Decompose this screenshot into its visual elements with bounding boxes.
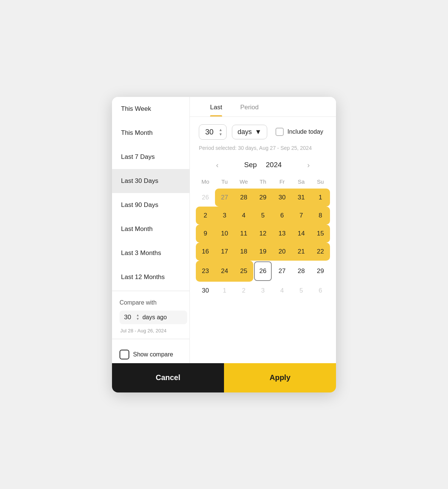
sidebar-item-last-12-months[interactable]: Last 12 Months <box>112 265 189 289</box>
calendar-dow: Su <box>311 177 330 189</box>
calendar-day[interactable]: 29 <box>253 189 272 207</box>
num-up-arrow[interactable]: ▲ <box>219 128 222 132</box>
include-today-label: Include today <box>288 128 323 135</box>
prev-month-button[interactable]: ‹ <box>213 159 222 171</box>
calendar-day[interactable]: 12 <box>253 225 272 243</box>
calendar-day[interactable]: 15 <box>311 225 330 243</box>
compare-date-range: Jul 28 - Aug 26, 2024 <box>120 328 182 334</box>
tab-last[interactable]: Last <box>201 97 231 116</box>
compare-unit: days ago <box>142 314 167 321</box>
compare-section: Compare with 30 ▲ ▼ days ago Jul 28 - Au… <box>112 293 189 337</box>
calendar-day[interactable]: 31 <box>292 189 311 207</box>
compare-down-arrow[interactable]: ▼ <box>136 317 139 321</box>
left-divider <box>112 291 189 291</box>
calendar-day[interactable]: 5 <box>253 207 272 225</box>
calendar-dow: Sa <box>292 177 311 189</box>
compare-up-arrow[interactable]: ▲ <box>136 314 139 317</box>
compare-label: Compare with <box>120 299 182 306</box>
sidebar-item-last-month[interactable]: Last Month <box>112 217 189 241</box>
cal-month-year: Sep 2024 <box>244 161 282 169</box>
sidebar-item-last-30-days[interactable]: Last 30 Days <box>112 169 189 193</box>
calendar-day[interactable]: 11 <box>234 225 253 243</box>
calendar-day[interactable]: 29 <box>311 261 330 282</box>
number-input-box[interactable]: 30 ▲ ▼ <box>199 124 227 140</box>
calendar-day: 6 <box>311 282 330 300</box>
calendar-dow: Tu <box>215 177 234 189</box>
unit-value: days <box>238 128 252 136</box>
calendar-year: 2024 <box>266 161 282 169</box>
calendar-day[interactable]: 7 <box>292 207 311 225</box>
calendar-day: 2 <box>234 282 253 300</box>
next-month-button[interactable]: › <box>304 159 313 171</box>
tabs-row: Last Period <box>190 97 336 117</box>
calendar-day[interactable]: 28 <box>234 189 253 207</box>
unit-arrow-icon: ▼ <box>255 128 262 136</box>
compare-value: 30 <box>124 314 133 321</box>
sidebar-item-last-7-days[interactable]: Last 7 Days <box>112 145 189 169</box>
calendar-day: 5 <box>292 282 311 300</box>
left-panel: This WeekThis MonthLast 7 DaysLast 30 Da… <box>112 97 190 363</box>
include-today-row: Include today <box>275 128 323 136</box>
calendar-day[interactable]: 21 <box>292 243 311 261</box>
calendar-day[interactable]: 28 <box>292 261 311 282</box>
num-down-arrow[interactable]: ▼ <box>219 132 222 136</box>
calendar-day[interactable]: 30 <box>196 282 215 300</box>
calendar-day[interactable]: 1 <box>311 189 330 207</box>
compare-input-row[interactable]: 30 ▲ ▼ days ago <box>120 311 187 324</box>
footer: Cancel Apply <box>112 363 336 392</box>
calendar-day: 4 <box>272 282 292 300</box>
show-compare-row[interactable]: Show compare <box>112 344 189 363</box>
calendar-header: ‹ Sep 2024 › <box>196 156 330 177</box>
sidebar-item-this-week[interactable]: This Week <box>112 97 189 121</box>
calendar-day[interactable]: 4 <box>234 207 253 225</box>
modal-body: This WeekThis MonthLast 7 DaysLast 30 Da… <box>112 97 336 363</box>
calendar-day[interactable]: 13 <box>272 225 292 243</box>
calendar-day[interactable]: 9 <box>196 225 215 243</box>
calendar-day[interactable]: 18 <box>234 243 253 261</box>
compare-spinner[interactable]: ▲ ▼ <box>136 314 139 321</box>
calendar-day[interactable]: 20 <box>272 243 292 261</box>
calendar-day[interactable]: 14 <box>292 225 311 243</box>
calendar-day[interactable]: 17 <box>215 243 234 261</box>
calendar-day[interactable]: 19 <box>253 243 272 261</box>
right-panel: Last Period 30 ▲ ▼ days ▼ In <box>190 97 336 363</box>
calendar-day[interactable]: 27 <box>215 189 234 207</box>
calendar-dow: Th <box>253 177 272 189</box>
calendar-day[interactable]: 22 <box>311 243 330 261</box>
calendar-day: 26 <box>196 189 215 207</box>
number-spinner[interactable]: ▲ ▼ <box>219 128 222 136</box>
date-picker-modal: This WeekThis MonthLast 7 DaysLast 30 Da… <box>112 97 336 392</box>
period-selected-text: Period selected: 30 days, Aug 27 - Sep 2… <box>190 143 336 156</box>
calendar-day[interactable]: 25 <box>234 261 253 282</box>
include-today-checkbox[interactable] <box>275 128 284 136</box>
calendar-day[interactable]: 26 <box>254 261 272 281</box>
left-divider-2 <box>112 339 189 339</box>
calendar-day[interactable]: 6 <box>272 207 292 225</box>
number-value: 30 <box>205 128 216 136</box>
calendar-month: Sep <box>244 161 257 169</box>
calendar-day[interactable]: 30 <box>272 189 292 207</box>
show-compare-checkbox[interactable] <box>120 350 129 359</box>
sidebar-item-last-3-months[interactable]: Last 3 Months <box>112 241 189 265</box>
apply-button[interactable]: Apply <box>224 363 336 392</box>
show-compare-label: Show compare <box>133 351 173 358</box>
calendar-day[interactable]: 23 <box>196 261 215 282</box>
calendar-day[interactable]: 8 <box>311 207 330 225</box>
calendar-day[interactable]: 16 <box>196 243 215 261</box>
controls-row: 30 ▲ ▼ days ▼ Include today <box>190 117 336 143</box>
cancel-button[interactable]: Cancel <box>112 363 224 392</box>
calendar: ‹ Sep 2024 › MoTuWeThFrSaSu2627282930311… <box>190 156 336 303</box>
calendar-day[interactable]: 24 <box>215 261 234 282</box>
calendar-day[interactable]: 3 <box>215 207 234 225</box>
calendar-day[interactable]: 2 <box>196 207 215 225</box>
calendar-day[interactable]: 27 <box>272 261 292 282</box>
calendar-day: 3 <box>253 282 272 300</box>
unit-select[interactable]: days ▼ <box>232 125 267 139</box>
tab-period[interactable]: Period <box>231 97 268 116</box>
calendar-day[interactable]: 10 <box>215 225 234 243</box>
calendar-dow: We <box>234 177 253 189</box>
sidebar-item-last-90-days[interactable]: Last 90 Days <box>112 193 189 217</box>
sidebar-item-this-month[interactable]: This Month <box>112 121 189 145</box>
calendar-day: 1 <box>215 282 234 300</box>
calendar-dow: Mo <box>196 177 215 189</box>
